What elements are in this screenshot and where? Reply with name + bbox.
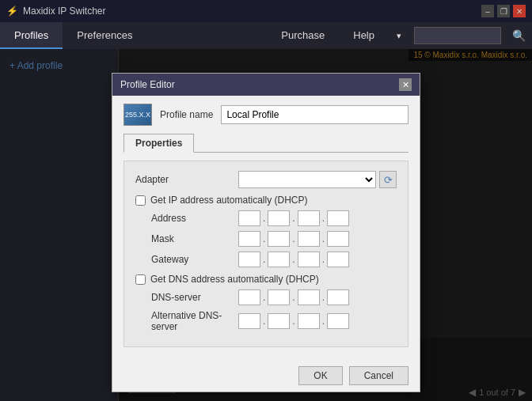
app-title: Maxidix IP Switcher	[23, 6, 105, 17]
profile-name-input[interactable]	[221, 105, 408, 124]
alt-dns-dot-1: .	[262, 313, 266, 329]
alt-dns-label: Alternative DNS-server	[151, 310, 238, 332]
search-input[interactable]	[414, 27, 501, 44]
dns-server-label: DNS-server	[151, 292, 238, 303]
address-octet-3[interactable]	[298, 210, 320, 226]
alt-dns-dot-2: .	[291, 313, 295, 329]
dns-input-group: . . .	[238, 289, 349, 305]
mask-octet-3[interactable]	[298, 231, 320, 247]
address-dot-3: .	[321, 210, 325, 226]
close-window-button[interactable]: ✕	[513, 5, 526, 17]
mask-row: Mask . . .	[135, 231, 397, 247]
gateway-input-group: . . .	[238, 252, 349, 267]
help-dropdown-arrow[interactable]: ▾	[389, 31, 409, 41]
tab-profiles[interactable]: Profiles	[0, 22, 63, 49]
adapter-select[interactable]	[238, 171, 376, 188]
menu-right: Purchase Help ▾ 🔍	[267, 22, 532, 49]
tab-preferences[interactable]: Preferences	[63, 22, 146, 49]
gateway-row: Gateway . . .	[135, 252, 397, 267]
dns-dot-1: .	[262, 289, 266, 305]
address-dot-2: .	[291, 210, 295, 226]
gateway-dot-1: .	[262, 252, 266, 267]
alt-dns-octet-1[interactable]	[238, 313, 260, 329]
menu-bar: Profiles Preferences Purchase Help ▾ 🔍	[0, 22, 532, 49]
dialog-close-button[interactable]: ✕	[399, 78, 412, 91]
ok-button[interactable]: OK	[298, 366, 342, 385]
dhcp-ip-row: Get IP address automatically (DHCP)	[135, 195, 397, 206]
dns-octet-1[interactable]	[238, 289, 260, 305]
dns-section: Get DNS address automatically (DHCP) DNS…	[135, 274, 397, 332]
address-octet-4[interactable]	[327, 210, 349, 226]
dns-dot-3: .	[321, 289, 325, 305]
dhcp-dns-label: Get DNS address automatically (DHCP)	[150, 274, 319, 285]
main-area: + Add profile 15 © Maxidix s.r.o. Maxidi…	[0, 49, 532, 401]
dns-dot-2: .	[291, 289, 295, 305]
title-bar-left: ⚡ Maxidix IP Switcher	[6, 6, 105, 17]
dialog-title: Profile Editor	[120, 79, 175, 90]
adapter-label: Adapter	[135, 174, 238, 185]
cancel-button[interactable]: Cancel	[349, 366, 408, 385]
dhcp-ip-checkbox[interactable]	[135, 195, 146, 206]
search-icon[interactable]: 🔍	[506, 29, 532, 42]
modal-overlay: Profile Editor ✕ 255.X.X Profile name Pr…	[0, 49, 532, 401]
gateway-octet-2[interactable]	[268, 252, 290, 267]
gateway-label: Gateway	[151, 254, 238, 265]
address-dot-1: .	[262, 210, 266, 226]
dns-octet-2[interactable]	[268, 289, 290, 305]
alt-dns-octet-3[interactable]	[298, 313, 320, 329]
mask-octet-1[interactable]	[238, 231, 260, 247]
dns-octet-3[interactable]	[298, 289, 320, 305]
gateway-octet-3[interactable]	[298, 252, 320, 267]
mask-dot-2: .	[291, 231, 295, 247]
mask-dot-3: .	[321, 231, 325, 247]
dialog-footer: OK Cancel	[112, 358, 420, 392]
profile-icon: 255.X.X	[124, 104, 152, 126]
gateway-dot-3: .	[321, 252, 325, 267]
mask-octet-2[interactable]	[268, 231, 290, 247]
dhcp-ip-label: Get IP address automatically (DHCP)	[150, 195, 308, 206]
alt-dns-dot-3: .	[321, 313, 325, 329]
title-bar: ⚡ Maxidix IP Switcher – ❐ ✕	[0, 0, 532, 22]
profile-editor-dialog: Profile Editor ✕ 255.X.X Profile name Pr…	[112, 73, 420, 392]
gateway-octet-4[interactable]	[327, 252, 349, 267]
adapter-row: Adapter ⟳	[135, 171, 397, 188]
mask-input-group: . . .	[238, 231, 349, 247]
alt-dns-input-group: . . .	[238, 313, 349, 329]
dns-server-row: DNS-server . . .	[135, 289, 397, 305]
mask-octet-4[interactable]	[327, 231, 349, 247]
address-input-group: . . .	[238, 210, 349, 226]
gateway-octet-1[interactable]	[238, 252, 260, 267]
address-row: Address . . .	[135, 210, 397, 226]
mask-label: Mask	[151, 233, 238, 244]
dhcp-dns-row: Get DNS address automatically (DHCP)	[135, 274, 397, 285]
alt-dns-row: Alternative DNS-server . . .	[135, 310, 397, 332]
profile-name-label: Profile name	[160, 109, 213, 120]
tab-help[interactable]: Help	[339, 29, 389, 43]
address-octet-2[interactable]	[268, 210, 290, 226]
restore-button[interactable]: ❐	[497, 5, 510, 17]
address-label: Address	[151, 213, 238, 224]
dns-octet-4[interactable]	[327, 289, 349, 305]
dialog-body: 255.X.X Profile name Properties Adapter …	[112, 96, 420, 358]
profile-name-row: 255.X.X Profile name	[124, 104, 408, 126]
alt-dns-octet-2[interactable]	[268, 313, 290, 329]
tab-purchase[interactable]: Purchase	[267, 29, 339, 43]
address-octet-1[interactable]	[238, 210, 260, 226]
refresh-adapters-button[interactable]: ⟳	[379, 171, 397, 188]
app-icon: ⚡	[6, 6, 18, 17]
title-bar-controls: – ❐ ✕	[481, 5, 526, 17]
profile-icon-text: 255.X.X	[125, 111, 150, 119]
dialog-titlebar: Profile Editor ✕	[112, 74, 420, 96]
form-section: Adapter ⟳ Get IP address automatically (…	[124, 161, 408, 347]
dhcp-dns-checkbox[interactable]	[135, 274, 146, 285]
minimize-button[interactable]: –	[481, 5, 494, 17]
gateway-dot-2: .	[291, 252, 295, 267]
alt-dns-octet-4[interactable]	[327, 313, 349, 329]
dialog-tab-bar: Properties	[124, 134, 408, 153]
mask-dot-1: .	[262, 231, 266, 247]
tab-properties[interactable]: Properties	[124, 134, 194, 153]
